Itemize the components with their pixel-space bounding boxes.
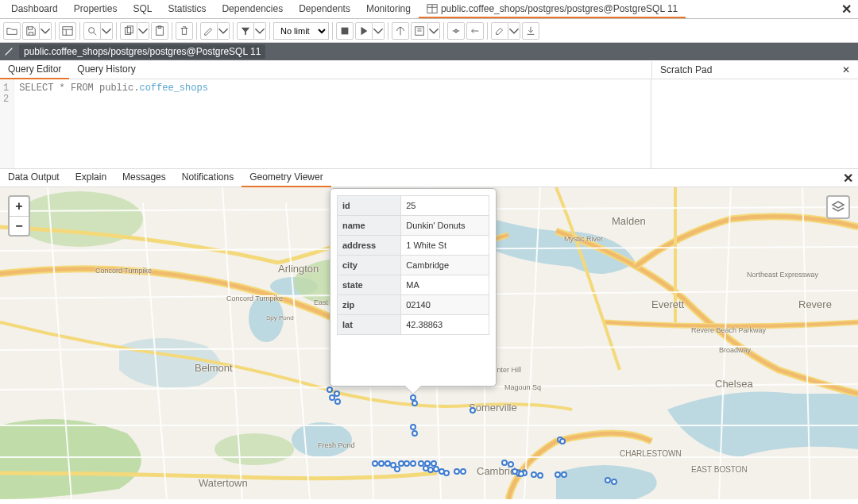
tab-query-editor[interactable]: Query Editor [0, 60, 69, 79]
svg-point-6 [89, 27, 95, 33]
geometry-map[interactable]: + − ArlingtonMaldenEverettRevereChelseaB… [0, 187, 858, 499]
tab-data-output[interactable]: Data Output [0, 168, 68, 187]
connection-path: public.coffee_shops/postgres/postgres@Po… [19, 44, 265, 59]
explain-analyze-button[interactable] [411, 22, 428, 40]
tab-label: Monitoring [366, 3, 411, 14]
map-point[interactable] [327, 387, 333, 393]
clear-button[interactable] [491, 22, 508, 40]
line-gutter: 1 2 [0, 79, 14, 168]
close-output-button[interactable]: ✕ [838, 171, 858, 186]
map-point[interactable] [334, 398, 341, 405]
tab-label: public.coffee_shops/postgres/postgres@Po… [441, 3, 678, 14]
code-identifier: coffee_shops [139, 83, 207, 94]
paste-button[interactable] [151, 22, 168, 40]
tab-sql[interactable]: SQL [125, 0, 160, 18]
map-point[interactable] [537, 472, 543, 479]
map-point[interactable] [605, 477, 611, 483]
layers-button[interactable] [826, 195, 850, 219]
map-point[interactable] [394, 466, 400, 472]
svg-point-19 [249, 294, 284, 342]
commit-button[interactable] [447, 22, 465, 40]
map-point[interactable] [555, 471, 561, 478]
open-file-button[interactable] [3, 22, 21, 40]
toolbar: No limit [0, 19, 858, 43]
tab-properties[interactable]: Properties [66, 0, 126, 18]
tab-statistics[interactable]: Statistics [160, 0, 214, 18]
svg-point-23 [214, 433, 294, 465]
popup-value: 1 White St [401, 236, 489, 256]
code-text: SELECT * FROM public. [19, 83, 139, 94]
popup-row: cityCambridge [338, 256, 489, 275]
svg-rect-3 [63, 26, 72, 35]
map-point[interactable] [470, 407, 476, 414]
map-point[interactable] [460, 468, 466, 475]
map-point[interactable] [443, 470, 450, 476]
map-point[interactable] [454, 468, 460, 475]
map-point[interactable] [501, 460, 508, 466]
edit-dropdown[interactable] [218, 22, 230, 40]
map-point[interactable] [372, 460, 378, 467]
map-point[interactable] [512, 468, 518, 475]
filter-button[interactable] [237, 22, 254, 40]
map-point[interactable] [378, 460, 385, 467]
execute-dropdown[interactable] [373, 22, 385, 40]
save-dropdown[interactable] [40, 22, 52, 40]
tab-query-history[interactable]: Query History [69, 60, 143, 79]
zoom-out-button[interactable]: − [10, 216, 29, 235]
tab-query-tool[interactable]: public.coffee_shops/postgres/postgres@Po… [419, 0, 686, 18]
tab-label: Dependencies [222, 3, 283, 14]
table-icon [427, 3, 438, 14]
map-point[interactable] [412, 400, 418, 406]
editor-row: 1 2 SELECT * FROM public.coffee_shops [0, 79, 858, 168]
zoom-control: + − [8, 195, 30, 237]
zoom-in-button[interactable]: + [10, 197, 29, 216]
search-button[interactable] [83, 22, 101, 40]
filter-dropdown[interactable] [254, 22, 266, 40]
feature-popup[interactable]: id25nameDunkin' Donutsaddress1 White Stc… [330, 188, 497, 387]
map-point[interactable] [559, 438, 566, 444]
map-point[interactable] [410, 424, 416, 430]
code-content: SELECT * FROM public.coffee_shops [14, 79, 213, 168]
tab-label: Dashboard [11, 3, 58, 14]
map-point[interactable] [412, 430, 418, 437]
tab-notifications[interactable]: Notifications [174, 168, 242, 187]
delete-row-button[interactable] [176, 22, 193, 40]
close-tab-button[interactable]: ✕ [838, 2, 855, 17]
map-point[interactable] [561, 471, 567, 478]
query-editor[interactable]: 1 2 SELECT * FROM public.coffee_shops [0, 79, 651, 168]
tab-geometry-viewer[interactable]: Geometry Viewer [242, 168, 330, 187]
tab-dependents[interactable]: Dependents [291, 0, 358, 18]
rollback-button[interactable] [466, 22, 484, 40]
explain-button[interactable] [392, 22, 409, 40]
clear-dropdown[interactable] [508, 22, 520, 40]
copy-dropdown[interactable] [137, 22, 149, 40]
map-point[interactable] [410, 460, 416, 467]
close-scratch-button[interactable]: ✕ [842, 64, 850, 75]
popup-row: address1 White St [338, 236, 489, 256]
tab-messages[interactable]: Messages [114, 168, 174, 187]
map-point[interactable] [611, 479, 617, 485]
map-point[interactable] [508, 461, 514, 467]
tab-label: Messages [122, 171, 166, 183]
tab-explain[interactable]: Explain [68, 168, 114, 187]
scratch-pad-header: Scratch Pad ✕ [651, 61, 858, 79]
edit-button[interactable] [200, 22, 218, 40]
scratch-pad[interactable] [651, 79, 858, 168]
explain-dropdown[interactable] [428, 22, 440, 40]
tab-dependencies[interactable]: Dependencies [214, 0, 291, 18]
search-dropdown[interactable] [101, 22, 113, 40]
find-button[interactable] [59, 22, 76, 40]
map-point[interactable] [518, 471, 524, 477]
tab-label: Query History [77, 63, 135, 75]
tab-dashboard[interactable]: Dashboard [3, 0, 66, 18]
save-button[interactable] [22, 22, 40, 40]
row-limit-select[interactable]: No limit [273, 22, 329, 40]
copy-button[interactable] [120, 22, 137, 40]
tab-monitoring[interactable]: Monitoring [358, 0, 419, 18]
execute-button[interactable] [355, 22, 373, 40]
map-point[interactable] [531, 471, 537, 478]
download-button[interactable] [522, 22, 539, 40]
stop-button[interactable] [336, 22, 354, 40]
map-point[interactable] [404, 460, 410, 467]
popup-key: zip [338, 295, 401, 315]
